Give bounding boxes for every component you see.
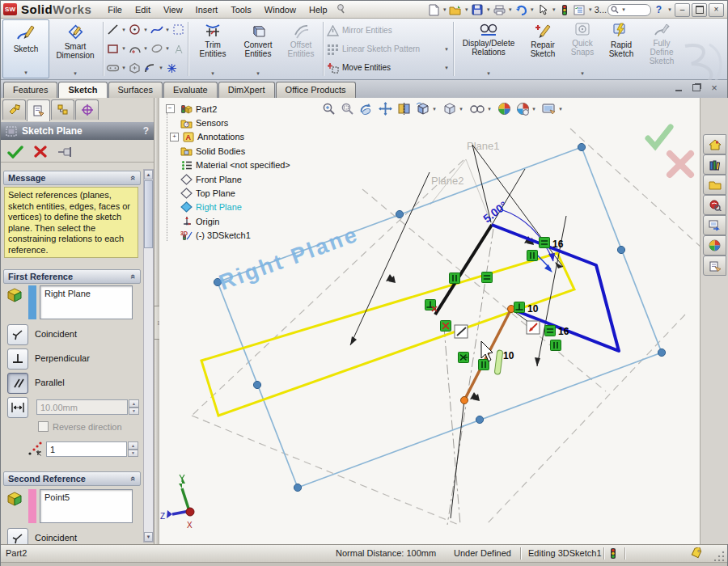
slot-dropdown-icon[interactable]: ▾	[121, 65, 127, 71]
resize-grip[interactable]	[714, 550, 726, 561]
pin-button[interactable]	[57, 146, 74, 158]
line-dropdown-icon[interactable]: ▾	[121, 27, 127, 33]
equal-constraint-icon[interactable]	[540, 238, 550, 248]
collapse-expander-icon[interactable]: −	[166, 104, 175, 113]
search-input[interactable]: ▾	[607, 4, 651, 16]
menu-help[interactable]: Help	[303, 2, 334, 17]
tree-label-annotations[interactable]: Annotations	[197, 132, 244, 142]
ellipse-tool-icon[interactable]	[149, 41, 164, 57]
tree-label-part[interactable]: Part2	[196, 104, 217, 114]
spline-tool-icon[interactable]	[149, 22, 164, 37]
smart-dimension-dropdown-icon[interactable]: ▾	[72, 69, 78, 78]
selection-box-tool-icon[interactable]	[171, 22, 186, 37]
menu-file[interactable]: File	[101, 2, 129, 17]
rapid-sketch-button[interactable]: Rapid Sketch	[601, 19, 641, 78]
distance-spinner[interactable]: ▲▼	[129, 399, 139, 415]
fillet-dropdown-icon[interactable]: ▾	[158, 65, 164, 71]
custom-properties-tab[interactable]	[703, 256, 726, 276]
tree-item-sensors[interactable]: Sensors	[159, 116, 349, 129]
fully-define-sketch-button[interactable]: Fully Define Sketch	[641, 19, 682, 78]
tree-label-origin[interactable]: Origin	[196, 217, 219, 226]
equal-constraint-icon[interactable]	[545, 326, 556, 336]
help-dropdown-icon[interactable]: ▾	[667, 6, 673, 13]
tab-dimxpert[interactable]: DimXpert	[218, 82, 275, 98]
view-settings-dropdown-icon[interactable]: ▾	[557, 106, 564, 112]
quick-snaps-dropdown-icon[interactable]: ▾	[579, 69, 586, 78]
tree-label-sensors[interactable]: Sensors	[196, 118, 228, 128]
tree-label-material[interactable]: Material <not specified>	[196, 160, 290, 170]
tab-features[interactable]: Features	[3, 82, 57, 98]
menu-window[interactable]: Window	[258, 2, 303, 17]
tab-sketch[interactable]: Sketch	[58, 82, 107, 98]
property-manager-tab[interactable]	[27, 99, 50, 121]
options-dropdown-icon[interactable]: ▾	[587, 6, 594, 13]
dimension-16-value[interactable]: 16	[552, 239, 564, 250]
solidworks-resources-tab[interactable]	[703, 134, 726, 154]
convert-entities-button[interactable]: Convert Entities ▾	[235, 19, 281, 78]
menu-edit[interactable]: Edit	[129, 2, 157, 17]
move-entities-dropdown-icon[interactable]: ▾	[443, 65, 450, 71]
cancel-button[interactable]	[34, 146, 47, 158]
spline-dropdown-icon[interactable]: ▾	[164, 27, 171, 33]
doc-restore-button[interactable]	[692, 83, 701, 92]
configuration-manager-tab[interactable]	[51, 99, 74, 120]
ellipse-dropdown-icon[interactable]: ▾	[164, 45, 171, 52]
tree-item-3dsketch[interactable]: 3D (-) 3DSketch1	[159, 229, 349, 243]
save-dropdown-icon[interactable]: ▾	[485, 6, 492, 13]
menu-view[interactable]: View	[157, 2, 189, 17]
new-dropdown-icon[interactable]: ▾	[442, 6, 448, 13]
reverse-direction-checkbox[interactable]	[38, 421, 49, 432]
options-list-icon[interactable]	[573, 3, 586, 17]
black-sketch-line[interactable]	[435, 225, 492, 315]
search-tab[interactable]	[703, 195, 726, 215]
hide-show-dropdown-icon[interactable]: ▾	[486, 106, 493, 112]
tree-item-front-plane[interactable]: Front Plane	[159, 172, 349, 186]
maximize-button[interactable]	[692, 3, 707, 17]
confirm-ok-icon[interactable]	[648, 127, 671, 146]
tree-item-top-plane[interactable]: Top Plane	[159, 186, 349, 200]
circle-dropdown-icon[interactable]: ▾	[142, 27, 149, 33]
point-tool-icon[interactable]	[164, 61, 180, 76]
instance-count-spinner[interactable]: ▲▼	[128, 441, 138, 457]
hide-show-items-icon[interactable]: ▾	[469, 103, 493, 115]
minimize-button[interactable]: –	[675, 3, 690, 17]
tab-office-products[interactable]: Office Products	[276, 82, 356, 98]
pan-icon[interactable]	[379, 102, 392, 116]
open-document-icon[interactable]	[449, 3, 463, 17]
tree-label-top-plane[interactable]: Top Plane	[196, 188, 235, 198]
apply-scene-icon[interactable]: ▾	[516, 102, 537, 116]
tab-evaluate[interactable]: Evaluate	[163, 82, 218, 98]
dimxpert-manager-tab[interactable]	[75, 99, 99, 120]
pin-menu-icon[interactable]	[336, 3, 346, 15]
panel-scrollbar[interactable]: ▲ ▼	[143, 169, 154, 543]
section-view-icon[interactable]	[397, 102, 411, 116]
display-style-icon[interactable]: ▾	[442, 102, 464, 116]
linear-pattern-button[interactable]: Linear Sketch Pattern ▾	[327, 41, 450, 57]
equal-constraint-icon[interactable]	[482, 272, 493, 283]
appearances-scenes-tab[interactable]	[703, 235, 726, 256]
distance-field[interactable]: 10.00mm	[36, 399, 128, 415]
rectangle-tool-icon[interactable]	[105, 41, 121, 57]
scroll-down-arrow[interactable]: ▼	[144, 532, 153, 542]
smart-dimension-button[interactable]: Smart Dimension ▾	[49, 19, 101, 78]
perpendicular-constraint-icon[interactable]	[514, 302, 525, 313]
search-dropdown-icon[interactable]: ▾	[620, 6, 627, 13]
trim-dropdown-icon[interactable]: ▾	[210, 69, 216, 78]
expand-expander-icon[interactable]: +	[170, 133, 179, 142]
parallel-constraint-icon[interactable]	[450, 273, 460, 284]
design-library-tab[interactable]	[703, 154, 726, 175]
error-constraint-icon[interactable]	[441, 321, 451, 332]
offset-entities-button[interactable]: Offset Entities	[281, 19, 321, 78]
perpendicular-button[interactable]	[7, 348, 28, 370]
print-icon[interactable]	[493, 3, 506, 17]
panel-help-icon[interactable]: ?	[143, 125, 149, 137]
convert-dropdown-icon[interactable]: ▾	[255, 69, 261, 78]
first-reference-group-header[interactable]: First Reference «	[3, 269, 141, 284]
second-reference-group-header[interactable]: Second Reference «	[3, 471, 141, 486]
save-icon[interactable]	[471, 3, 485, 17]
distance-button[interactable]	[7, 397, 28, 418]
select-icon[interactable]	[536, 3, 550, 17]
select-dropdown-icon[interactable]: ▾	[551, 6, 557, 13]
edit-appearance-icon[interactable]	[497, 102, 511, 116]
rectangle-dropdown-icon[interactable]: ▾	[121, 45, 127, 52]
